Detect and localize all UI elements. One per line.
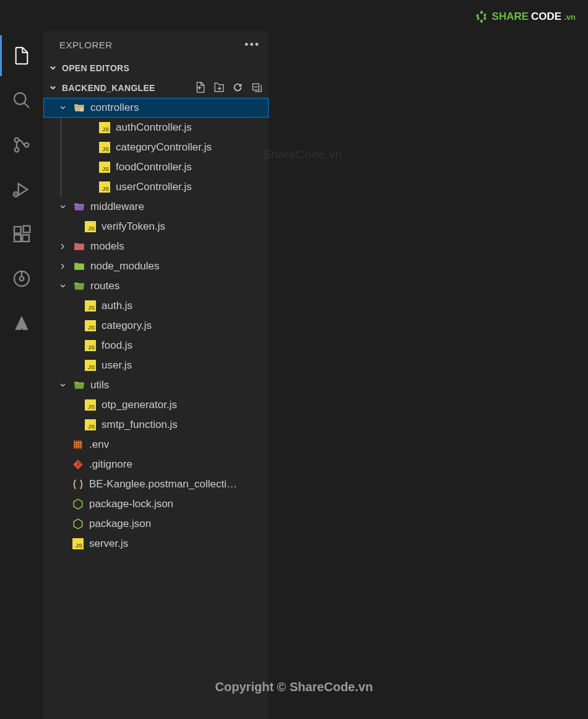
file-label: verifyToken.js [102, 220, 165, 233]
activity-extensions-icon[interactable] [0, 219, 43, 250]
file-food[interactable]: JSfood.js [43, 336, 269, 355]
folder-icon [73, 240, 85, 253]
activity-explorer-icon[interactable] [0, 40, 43, 71]
file-categorycontroller[interactable]: JScategoryController.js [61, 137, 269, 157]
file-tree: controllers JSauthController.js JScatego… [43, 98, 269, 719]
svg-point-2 [14, 138, 19, 142]
nodejs-icon [72, 498, 84, 510]
brand-vn-text: .vn [564, 12, 576, 22]
folder-icon [73, 201, 85, 213]
chevron-down-icon [57, 202, 68, 212]
file-usercontroller[interactable]: JSuserController.js [61, 177, 269, 197]
folder-label: models [90, 240, 124, 253]
open-editors-label: OPEN EDITORS [62, 63, 129, 73]
file-label: category.js [102, 320, 152, 332]
project-name-label: BACKEND_KANGLEE [62, 83, 155, 93]
folder-label: node_modules [90, 260, 160, 272]
folder-routes[interactable]: routes [43, 276, 269, 296]
chevron-right-icon [57, 261, 68, 271]
brand-share-text: SHARE [492, 11, 529, 23]
file-otp-generator[interactable]: JSotp_generator.js [43, 395, 269, 415]
file-authcontroller[interactable]: JSauthController.js [61, 118, 269, 137]
file-auth[interactable]: JSauth.js [43, 296, 269, 316]
open-editors-section[interactable]: OPEN EDITORS [43, 58, 269, 78]
svg-point-3 [14, 148, 19, 152]
file-label: .env [89, 438, 109, 451]
file-category[interactable]: JScategory.js [43, 316, 269, 336]
file-verifytoken[interactable]: JSverifyToken.js [43, 217, 269, 237]
new-folder-icon[interactable] [213, 81, 225, 95]
file-label: package.json [89, 518, 151, 530]
folder-label: utils [90, 379, 109, 391]
refresh-icon[interactable] [231, 81, 244, 95]
js-icon: JS [84, 419, 97, 431]
chevron-right-icon [57, 242, 68, 251]
activity-bar [0, 31, 43, 719]
file-label: BE-Kanglee.postman_collecti… [89, 478, 237, 490]
js-icon: JS [84, 339, 97, 352]
svg-rect-10 [22, 235, 29, 242]
folder-node-modules[interactable]: node_modules [43, 256, 269, 276]
file-label: .gitignore [89, 458, 132, 471]
js-icon: JS [84, 359, 97, 372]
svg-point-4 [24, 143, 28, 147]
folder-icon [73, 379, 85, 391]
file-package-lock[interactable]: package-lock.json [43, 494, 269, 514]
folder-middleware[interactable]: middleware [43, 197, 269, 217]
project-actions [194, 81, 262, 95]
chevron-down-icon [48, 83, 58, 93]
recycle-icon [473, 9, 490, 25]
chevron-down-icon [48, 63, 58, 73]
svg-rect-11 [23, 226, 30, 233]
file-label: user.js [102, 359, 132, 372]
file-package[interactable]: package.json [43, 514, 269, 534]
editor-area: ShareCode.vn [269, 31, 588, 719]
collapse-all-icon[interactable] [250, 81, 262, 95]
folder-models[interactable]: models [43, 237, 269, 256]
env-icon [72, 438, 84, 451]
file-label: userController.js [116, 181, 192, 193]
activity-gitlens-icon[interactable] [0, 263, 43, 294]
file-label: categoryController.js [116, 141, 212, 154]
file-label: foodController.js [116, 161, 192, 173]
titlebar: SHARECODE.vn [0, 0, 588, 31]
folder-utils[interactable]: utils [43, 375, 269, 395]
svg-point-0 [14, 93, 26, 105]
svg-rect-9 [14, 235, 21, 242]
js-icon: JS [98, 141, 111, 154]
svg-point-13 [19, 277, 24, 281]
file-postman[interactable]: BE-Kanglee.postman_collecti… [43, 474, 269, 494]
sidebar-title: EXPLORER [59, 40, 113, 50]
file-label: server.js [89, 538, 128, 550]
file-foodcontroller[interactable]: JSfoodController.js [61, 157, 269, 177]
js-icon: JS [72, 538, 84, 550]
file-label: authController.js [116, 121, 192, 134]
project-section[interactable]: BACKEND_KANGLEE [43, 78, 269, 98]
file-gitignore[interactable]: .gitignore [43, 455, 269, 474]
file-smtp-function[interactable]: JSsmtp_function.js [43, 415, 269, 435]
json-icon [72, 478, 84, 490]
chevron-down-icon [57, 103, 68, 113]
activity-atlassian-icon[interactable] [0, 308, 43, 339]
folder-icon [73, 260, 85, 272]
watermark-logo: SHARECODE.vn [473, 9, 576, 25]
activity-scm-icon[interactable] [0, 129, 43, 160]
folder-icon [73, 102, 85, 114]
file-server[interactable]: JSserver.js [43, 534, 269, 554]
file-label: package-lock.json [89, 498, 173, 510]
svg-rect-8 [14, 227, 21, 233]
chevron-down-icon [57, 281, 68, 291]
activity-search-icon[interactable] [0, 85, 43, 116]
svg-point-15 [80, 108, 84, 112]
sidebar-more-icon[interactable]: ••• [244, 38, 260, 51]
chevron-down-icon [57, 380, 68, 390]
js-icon: JS [98, 161, 111, 173]
folder-label: middleware [90, 201, 144, 213]
file-env[interactable]: .env [43, 435, 269, 455]
new-file-icon[interactable] [194, 81, 207, 95]
file-user[interactable]: JSuser.js [43, 355, 269, 375]
js-icon: JS [84, 320, 97, 332]
activity-debug-icon[interactable] [0, 174, 43, 205]
explorer-sidebar: EXPLORER ••• OPEN EDITORS BACKEND_KANGLE… [43, 31, 269, 719]
folder-controllers[interactable]: controllers [43, 98, 269, 118]
